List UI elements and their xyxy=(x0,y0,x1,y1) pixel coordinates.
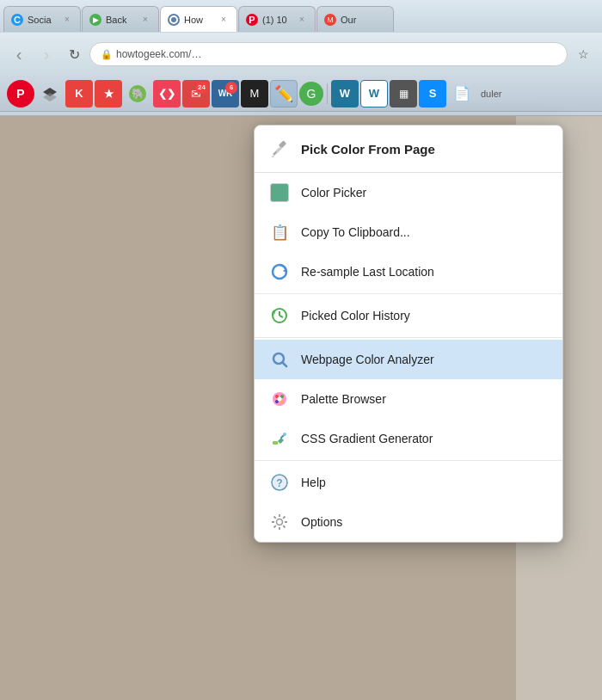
svg-point-21 xyxy=(278,397,282,402)
ext-webrank-badge: 6 xyxy=(225,82,237,94)
page-content: Pick Color From Page Color Picker 📋 Copy… xyxy=(0,116,602,700)
extensions-separator-1 xyxy=(327,83,328,104)
svg-point-29 xyxy=(277,519,283,525)
tab-close-back[interactable]: × xyxy=(139,14,151,26)
forward-button[interactable]: › xyxy=(34,42,58,66)
svg-point-25 xyxy=(283,433,286,436)
tab-favicon-gmail: M xyxy=(324,14,336,26)
svg-line-34 xyxy=(274,517,276,519)
ext-webrank-icon[interactable]: WR 6 xyxy=(212,80,239,107)
gradient-icon xyxy=(268,427,291,450)
ext-layers-icon[interactable] xyxy=(36,80,64,107)
menu-item-copy-clipboard[interactable]: 📋 Copy To Clipboard... xyxy=(255,212,562,252)
tab-title-how: How xyxy=(184,15,213,25)
tab-favicon-how xyxy=(168,14,180,26)
tab-how[interactable]: How × xyxy=(160,6,237,32)
browser-chrome: C Socia × ▶ Back × How × P (1) 10 × M Ou… xyxy=(0,0,602,116)
menu-label-help: Help xyxy=(301,476,549,489)
ext-wp1-icon[interactable]: W xyxy=(331,80,359,107)
menu-item-css-gradient[interactable]: CSS Gradient Generator xyxy=(255,419,562,458)
extensions-bar: P K ★ 🐘 ❮❯ ✉ 24 WR 6 M ✏️ G W W ▦ S 📄 du… xyxy=(0,76,602,112)
ext-grid-icon[interactable]: ▦ xyxy=(390,80,417,107)
divider-1 xyxy=(255,293,562,294)
tab-title-social: Socia xyxy=(28,15,57,25)
svg-marker-1 xyxy=(43,93,57,101)
back-button[interactable]: ‹ xyxy=(7,42,31,66)
svg-text:?: ? xyxy=(276,477,282,489)
tab-bar: C Socia × ▶ Back × How × P (1) 10 × M Ou… xyxy=(0,0,602,33)
ext-shazam-icon[interactable]: S xyxy=(419,80,446,107)
menu-label-resample: Re-sample Last Location xyxy=(301,265,549,279)
menu-label-options: Options xyxy=(301,515,549,529)
svg-rect-22 xyxy=(273,441,278,445)
svg-marker-23 xyxy=(278,438,284,444)
ext-mail-icon[interactable]: ✉ 24 xyxy=(182,80,210,107)
resample-icon xyxy=(268,261,291,283)
menu-title-label: Pick Color From Page xyxy=(301,142,549,157)
eyedropper-menu-icon xyxy=(268,138,291,160)
tab-title-gmail: Our xyxy=(341,15,386,25)
divider-3 xyxy=(255,460,562,461)
ext-ruler-label: duler xyxy=(481,89,501,99)
menu-label-webpage-analyzer: Webpage Color Analyzer xyxy=(301,353,549,366)
menu-label-css-gradient: CSS Gradient Generator xyxy=(301,432,549,445)
help-icon: ? xyxy=(268,471,291,494)
history-icon xyxy=(268,304,291,327)
menu-item-webpage-analyzer[interactable]: Webpage Color Analyzer xyxy=(255,340,562,379)
menu-item-help[interactable]: ? Help xyxy=(255,463,562,502)
menu-item-history[interactable]: Picked Color History xyxy=(255,296,562,335)
toolbar: ‹ › ↻ 🔒 howtogeek.com/… ☆ xyxy=(0,33,602,76)
svg-marker-6 xyxy=(272,156,274,157)
menu-label-copy-clipboard: Copy To Clipboard... xyxy=(301,225,549,239)
clipboard-icon: 📋 xyxy=(268,221,291,243)
svg-line-12 xyxy=(280,316,283,317)
ext-klout-icon[interactable]: K xyxy=(65,80,93,107)
ext-messenger-icon[interactable]: M xyxy=(241,80,268,107)
tab-pinterest[interactable]: P (1) 10 × xyxy=(238,6,316,32)
menu-title-item[interactable]: Pick Color From Page xyxy=(255,126,562,173)
ext-pocket-icon[interactable]: ❮❯ xyxy=(153,80,181,107)
menu-item-color-picker[interactable]: Color Picker xyxy=(255,173,562,212)
tab-close-social[interactable]: × xyxy=(61,14,73,26)
menu-label-palette: Palette Browser xyxy=(301,392,549,406)
tab-favicon-social: C xyxy=(11,14,23,26)
tab-back[interactable]: ▶ Back × xyxy=(82,6,159,32)
tab-gmail[interactable]: M Our xyxy=(316,6,394,32)
tab-close-pinterest[interactable]: × xyxy=(296,14,308,26)
dropdown-menu: Pick Color From Page Color Picker 📋 Copy… xyxy=(254,125,563,543)
refresh-button[interactable]: ↻ xyxy=(62,42,86,66)
menu-item-resample[interactable]: Re-sample Last Location xyxy=(255,252,562,292)
tab-favicon-back: ▶ xyxy=(89,14,101,26)
ext-pinterest-icon[interactable]: P xyxy=(7,80,34,107)
gear-icon xyxy=(268,511,291,533)
ext-wp2-icon[interactable]: W xyxy=(360,80,388,107)
menu-label-history: Picked Color History xyxy=(301,309,549,322)
ext-bookmark-icon[interactable]: ★ xyxy=(95,80,122,107)
color-swatch-icon xyxy=(268,181,291,204)
tab-favicon-pinterest: P xyxy=(246,14,258,26)
menu-item-palette[interactable]: Palette Browser xyxy=(255,379,562,419)
webpage-analyzer-icon xyxy=(268,348,291,371)
svg-line-15 xyxy=(283,363,287,367)
svg-line-36 xyxy=(283,517,285,519)
svg-rect-7 xyxy=(276,146,283,153)
menu-item-options[interactable]: Options xyxy=(255,502,562,542)
palette-icon xyxy=(268,388,291,410)
tab-title-back: Back xyxy=(106,15,135,25)
ext-google-icon[interactable]: G xyxy=(299,82,323,106)
address-bar[interactable]: 🔒 howtogeek.com/… xyxy=(89,42,568,66)
svg-line-37 xyxy=(274,525,276,527)
bookmark-button[interactable]: ☆ xyxy=(571,42,595,66)
menu-label-color-picker: Color Picker xyxy=(301,186,549,200)
svg-text:🐘: 🐘 xyxy=(132,87,144,100)
ext-doc-icon[interactable]: 📄 xyxy=(448,80,476,107)
ext-colorpicker-icon[interactable]: ✏️ xyxy=(270,80,298,107)
ext-evernote-icon[interactable]: 🐘 xyxy=(124,80,151,107)
tab-close-how[interactable]: × xyxy=(218,14,230,26)
tab-title-pinterest: (1) 10 xyxy=(262,15,292,25)
divider-2 xyxy=(255,337,562,338)
svg-line-35 xyxy=(283,525,285,527)
ext-mail-badge: 24 xyxy=(195,82,208,94)
tab-social[interactable]: C Socia × xyxy=(3,6,81,32)
